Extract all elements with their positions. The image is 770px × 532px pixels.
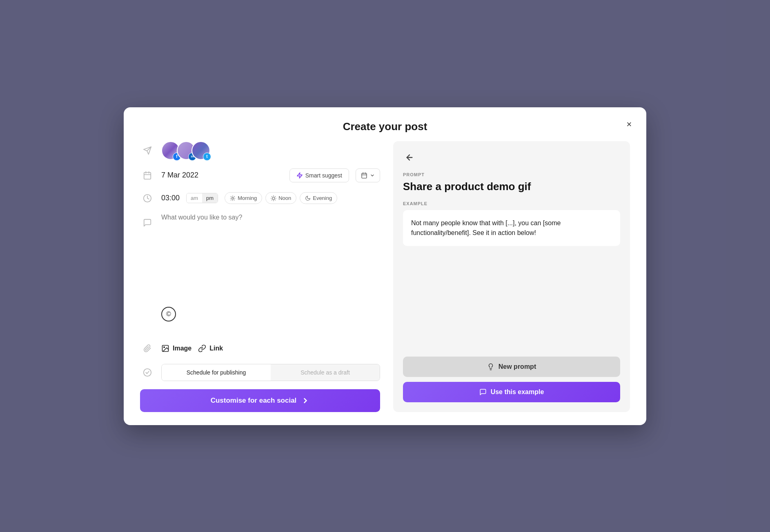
evening-label: Evening: [313, 195, 332, 201]
svg-point-21: [272, 197, 275, 200]
svg-line-19: [231, 200, 231, 200]
svg-line-20: [234, 196, 235, 197]
back-button[interactable]: [403, 151, 416, 164]
svg-point-32: [144, 368, 151, 376]
copyright-icon: ©: [161, 307, 176, 321]
check-circle-icon: [140, 365, 155, 380]
avatars-row: f in t: [161, 141, 210, 160]
svg-marker-6: [297, 173, 302, 178]
copyright-area: ©: [140, 304, 380, 325]
close-button[interactable]: ×: [622, 117, 636, 132]
customise-button[interactable]: Customise for each social: [140, 389, 380, 412]
calendar-picker-button[interactable]: [356, 168, 380, 182]
svg-line-24: [272, 196, 272, 197]
prompt-title: Share a product demo gif: [403, 180, 620, 193]
morning-icon: [230, 195, 236, 201]
avatar-twitter[interactable]: t: [191, 141, 210, 160]
textarea-row: [140, 214, 380, 295]
pm-button[interactable]: pm: [202, 193, 218, 203]
image-button[interactable]: Image: [161, 344, 191, 352]
example-section-label: EXAMPLE: [403, 201, 620, 206]
evening-button[interactable]: Evening: [300, 192, 337, 204]
use-message-icon: [479, 388, 487, 396]
svg-line-28: [272, 200, 272, 200]
modal-header: Create your post ×: [124, 107, 646, 141]
paperclip-icon: [140, 341, 155, 356]
chat-icon: [140, 215, 155, 230]
use-example-button[interactable]: Use this example: [403, 382, 620, 402]
am-button[interactable]: am: [187, 193, 202, 203]
noon-label: Noon: [278, 195, 291, 201]
svg-rect-2: [144, 172, 151, 179]
back-arrow-icon: [405, 153, 414, 162]
morning-button[interactable]: Morning: [225, 192, 262, 204]
svg-line-16: [234, 200, 235, 200]
calendar-small-icon: [361, 172, 367, 179]
accounts-row: f in t: [140, 141, 380, 160]
schedule-toggle: Schedule for publishing Schedule as a dr…: [161, 364, 380, 381]
prompt-section-label: PROMPT: [403, 172, 620, 177]
image-label: Image: [173, 345, 191, 352]
smart-suggest-label: Smart suggest: [305, 172, 342, 179]
media-row: Image Link: [140, 341, 380, 356]
noon-icon: [271, 195, 276, 201]
chevron-right-icon: [301, 397, 309, 405]
modal-body: f in t: [124, 141, 646, 425]
new-prompt-label: New prompt: [498, 363, 536, 370]
twitter-badge: t: [203, 153, 211, 161]
send-icon: [140, 143, 155, 158]
link-icon: [198, 344, 206, 352]
svg-point-12: [232, 197, 234, 199]
left-panel: f in t: [140, 141, 380, 412]
bulb-icon: [487, 363, 494, 370]
date-row: 7 Mar 2022 Smart suggest: [140, 168, 380, 183]
time-value: 03:00: [161, 194, 180, 202]
ampm-group: am pm: [186, 193, 218, 203]
prompt-section: PROMPT Share a product demo gif: [403, 172, 620, 193]
customise-label: Customise for each social: [211, 397, 297, 405]
date-value: 7 Mar 2022: [161, 171, 283, 180]
svg-line-29: [275, 196, 276, 197]
schedule-publishing-button[interactable]: Schedule for publishing: [162, 364, 271, 381]
create-post-modal: Create your post ×: [124, 107, 646, 425]
svg-line-25: [275, 200, 276, 200]
modal-overlay: Create your post ×: [0, 0, 770, 532]
link-label: Link: [209, 345, 223, 352]
svg-line-15: [231, 196, 231, 197]
morning-label: Morning: [238, 195, 257, 201]
chevron-down-icon: [370, 173, 375, 178]
example-section: EXAMPLE Not many people know that with […: [403, 201, 620, 246]
new-prompt-button[interactable]: New prompt: [403, 357, 620, 377]
modal-title: Create your post: [140, 120, 630, 133]
evening-icon: [305, 195, 311, 201]
schedule-draft-button[interactable]: Schedule as a draft: [271, 364, 380, 381]
time-row: 03:00 am pm: [140, 191, 380, 206]
noon-button[interactable]: Noon: [265, 192, 296, 204]
post-textarea[interactable]: [161, 214, 380, 295]
svg-point-31: [164, 346, 165, 348]
right-panel: PROMPT Share a product demo gif EXAMPLE …: [393, 141, 630, 412]
svg-rect-7: [362, 173, 367, 178]
smart-suggest-button[interactable]: Smart suggest: [289, 168, 349, 182]
use-example-label: Use this example: [491, 388, 544, 396]
right-actions: New prompt Use this example: [403, 357, 620, 402]
image-icon: [161, 344, 169, 352]
link-button[interactable]: Link: [198, 344, 223, 352]
time-presets: Morning: [225, 192, 337, 204]
calendar-icon: [140, 168, 155, 183]
lightning-icon: [296, 172, 303, 179]
example-text: Not many people know that with [...], yo…: [403, 210, 620, 246]
clock-icon: [140, 191, 155, 206]
schedule-row: Schedule for publishing Schedule as a dr…: [140, 364, 380, 381]
